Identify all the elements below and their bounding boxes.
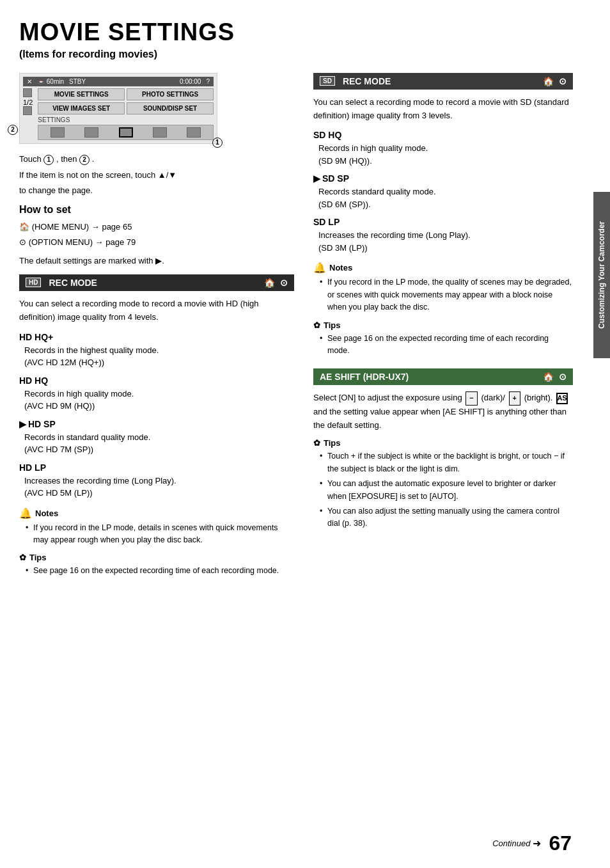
- ae-tips-label: Tips: [324, 438, 341, 448]
- sd-sp-desc: Records standard quality mode. (SD 6M (S…: [318, 185, 573, 210]
- sd-hq-line1: Records in high quality mode.: [318, 143, 428, 153]
- hd-hq-mode: HD HQ Records in high quality mode. (AVC…: [19, 375, 294, 413]
- home-menu-text: (HOME MENU) → page 65: [32, 222, 132, 232]
- sd-rec-mode-bar: SD REC MODE 🏠 ⊙: [313, 73, 573, 90]
- ae-shift-bar: AE SHIFT (HDR-UX7) 🏠 ⊙: [313, 368, 573, 385]
- photo-settings-btn[interactable]: PHOTO SETTINGS: [127, 88, 214, 100]
- ae-tip-item-2: You can adjust the automatic exposure le…: [320, 478, 573, 503]
- page-subtitle: (Items for recording movies): [19, 49, 591, 60]
- as-badge: AS: [556, 393, 568, 404]
- sd-lp-mode: SD LP Increases the recording time (Long…: [313, 217, 573, 254]
- how-to-set-heading: How to set: [19, 204, 294, 216]
- sd-hq-mode: SD HQ Records in high quality mode. (SD …: [313, 130, 573, 167]
- hd-hq-plus-line1: Records in the highest quality mode.: [24, 345, 159, 355]
- sd-hq-title: SD HQ: [313, 130, 573, 140]
- ae-tips-section: ✿ Tips Touch + if the subject is white o…: [313, 438, 573, 530]
- time-display: 0:00:00: [180, 78, 201, 85]
- home-bar-icon-ae: 🏠: [543, 372, 554, 382]
- option-menu-item: ⊙ (OPTION MENU) → page 79: [19, 235, 294, 249]
- settings-label: SETTINGS: [38, 116, 214, 123]
- home-menu-item: 🏠 (HOME MENU) → page 65: [19, 219, 294, 234]
- ae-tip-item-3: You can also adjust the setting manually…: [320, 505, 573, 530]
- hd-notes-title: 🔔 Notes: [19, 507, 294, 519]
- sd-notes-icon: 🔔: [313, 262, 326, 274]
- then-label: , then: [56, 154, 77, 164]
- sd-sp-title: SD SP: [313, 173, 573, 184]
- option-bar-icon-ae: ⊙: [559, 372, 567, 382]
- ae-desc-mid: (dark)/: [481, 393, 505, 402]
- cam-icon-1: [51, 127, 65, 138]
- ae-tips-icon: ✿: [313, 438, 320, 448]
- option-menu-text: (OPTION MENU) → page 79: [29, 237, 136, 247]
- right-column: SD REC MODE 🏠 ⊙ You can select a recordi…: [313, 73, 573, 580]
- view-images-btn[interactable]: VIEW IMAGES SET: [38, 102, 125, 114]
- sd-notes-list: If you record in the LP mode, the qualit…: [313, 276, 573, 313]
- hd-tips-list: See page 16 on the expected recording ti…: [19, 565, 294, 577]
- left-column: ✕ 📼 60min STBY 0:00:00 ? 1/2 MOVIE SETTI…: [19, 73, 294, 580]
- sd-tips-label: Tips: [324, 320, 341, 330]
- movie-settings-btn[interactable]: MOVIE SETTINGS: [38, 88, 125, 100]
- hd-lp-line2: (AVC HD 5M (LP)): [24, 488, 93, 498]
- hd-sp-line1: Records in standard quality mode.: [24, 432, 150, 442]
- hd-tips-section: ✿ Tips See page 16 on the expected recor…: [19, 553, 294, 577]
- hd-lp-line1: Increases the recording time (Long Play)…: [24, 476, 176, 485]
- notes-icon: 🔔: [19, 507, 32, 519]
- sd-tip-item-1: See page 16 on the expected recording ti…: [320, 333, 573, 358]
- continued-arrow: ➜: [533, 837, 541, 849]
- page-footer: Continued ➜ 67: [492, 832, 572, 855]
- cam-icon-2: [84, 127, 98, 138]
- sd-lp-desc: Increases the recording time (Long Play)…: [318, 229, 573, 254]
- hd-rec-mode-desc: You can select a recording mode to recor…: [19, 297, 294, 324]
- hd-tips-label: Tips: [29, 553, 47, 562]
- sd-lp-line2: (SD 3M (LP)): [318, 243, 368, 253]
- hd-hq-line1: Records in high quality mode.: [24, 389, 134, 398]
- hd-hq-plus-line2: (AVC HD 12M (HQ+)): [24, 358, 104, 367]
- stby-label: STBY: [69, 78, 86, 85]
- sound-disp-btn[interactable]: SOUND/DISP SET: [127, 102, 214, 114]
- close-icon: ✕: [27, 78, 32, 85]
- sd-notes-title: 🔔 Notes: [313, 262, 573, 274]
- sd-note-item-1: If you record in the LP mode, the qualit…: [320, 276, 573, 313]
- camera-bottom-icons: [38, 125, 214, 140]
- hd-hq-title: HD HQ: [19, 375, 294, 386]
- ae-shift-title: AE SHIFT (HDR-UX7): [320, 372, 409, 382]
- cam-icon-3-active: [119, 127, 133, 138]
- sd-notes-section: 🔔 Notes If you record in the LP mode, th…: [313, 262, 573, 313]
- hd-bar-label: HD: [26, 278, 41, 287]
- camera-top-bar: ✕ 📼 60min STBY 0:00:00 ?: [23, 77, 214, 86]
- touch-line3: to change the page.: [19, 184, 294, 198]
- ae-tips-list: Touch + if the subject is white or the b…: [313, 450, 573, 530]
- ae-tip-item-1: Touch + if the subject is white or the b…: [320, 450, 573, 475]
- sd-tips-list: See page 16 on the expected recording ti…: [313, 333, 573, 358]
- hd-hq-desc: Records in high quality mode. (AVC HD 9M…: [24, 388, 294, 413]
- hd-sp-desc: Records in standard quality mode. (AVC H…: [24, 431, 294, 456]
- ae-desc-part3: and the setting value appear when [AE SH…: [313, 407, 567, 430]
- hd-rec-mode-title: REC MODE: [49, 278, 97, 288]
- hd-sp-mode: HD SP Records in standard quality mode. …: [19, 419, 294, 456]
- option-bar-icon-sd: ⊙: [559, 76, 567, 86]
- option-icon: ⊙: [19, 237, 26, 247]
- tape-indicator: 📼 60min: [37, 78, 64, 85]
- help-icon: ?: [206, 78, 210, 85]
- hd-hq-plus-mode: HD HQ+ Records in the highest quality mo…: [19, 332, 294, 369]
- camera-ui-screenshot: ✕ 📼 60min STBY 0:00:00 ? 1/2 MOVIE SETTI…: [19, 73, 217, 153]
- hd-hq-plus-desc: Records in the highest quality mode. (AV…: [24, 344, 294, 369]
- default-settings-note: The default settings are marked with ▶.: [19, 256, 294, 265]
- hd-bar-icons: 🏠 ⊙: [264, 278, 288, 288]
- touch-line2: If the item is not on the screen, touch …: [19, 169, 294, 182]
- sd-tips-section: ✿ Tips See page 16 on the expected recor…: [313, 320, 573, 358]
- sd-sp-mode: SD SP Records standard quality mode. (SD…: [313, 173, 573, 210]
- circle-number-2: 2: [8, 125, 18, 135]
- page-title: MOVIE SETTINGS: [19, 19, 591, 46]
- continued-text: Continued: [492, 839, 530, 848]
- hd-hq-line2: (AVC HD 9M (HQ)): [24, 401, 95, 411]
- sd-hq-desc: Records in high quality mode. (SD 9M (HQ…: [318, 142, 573, 167]
- touch-instructions: Touch 1 , then 2 . If the item is not on…: [19, 153, 294, 198]
- hd-lp-title: HD LP: [19, 462, 294, 473]
- option-bar-icon: ⊙: [280, 278, 288, 288]
- ae-desc-part1: Select [ON] to adjust the exposure using: [313, 393, 462, 402]
- camera-menu-buttons: MOVIE SETTINGS PHOTO SETTINGS VIEW IMAGE…: [38, 88, 214, 114]
- sd-notes-label: Notes: [329, 263, 352, 272]
- sd-sp-line1: Records standard quality mode.: [318, 187, 436, 196]
- hd-lp-mode: HD LP Increases the recording time (Long…: [19, 462, 294, 500]
